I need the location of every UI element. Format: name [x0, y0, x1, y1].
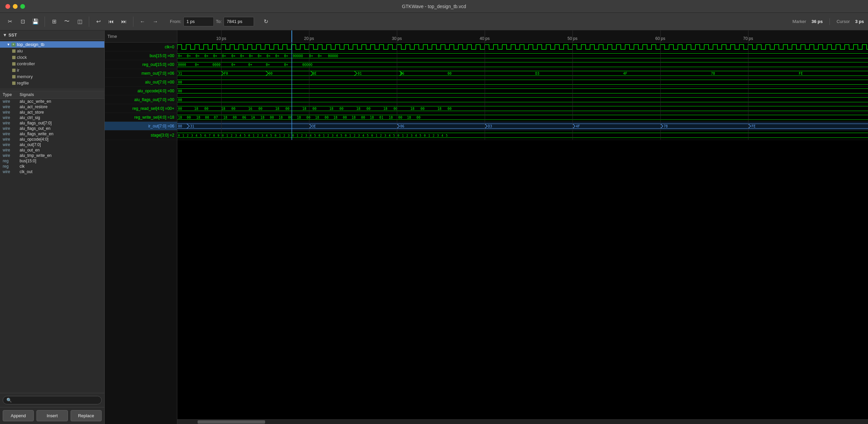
signal-row-10[interactable]: wirealu_out_en — [0, 147, 104, 153]
bus-wave-svg: 0+ 0+ 0+ 0+ 0+ 0+ 0+ 0+ 0+ 0+ 0+ 0+ — [177, 51, 868, 60]
mem-out-signal-name: mem_out[7:0] =06 — [105, 69, 177, 78]
to-input[interactable] — [224, 17, 254, 26]
signal-row-5[interactable]: wirealu_flags_out[7:0] — [0, 120, 104, 126]
tree-item-regfile[interactable]: regfile — [0, 80, 104, 86]
signal-row-12[interactable]: regbus[15:0] — [0, 158, 104, 164]
tree-item-top-design-tb[interactable]: ▼ ≡ top_design_tb — [0, 41, 104, 48]
signal-row-13[interactable]: regclk — [0, 164, 104, 169]
alu-opcode-wave-svg: 00 — [177, 87, 868, 95]
close-button[interactable] — [5, 4, 10, 9]
signal-row-9[interactable]: wirealu_out[7:0] — [0, 142, 104, 147]
svg-text:2: 2 — [187, 134, 188, 137]
svg-line-27 — [221, 73, 224, 76]
svg-text:D3: D3 — [488, 124, 492, 128]
signal-row-4[interactable]: wirealu_ctrl_sig — [0, 115, 104, 120]
signal-row-2[interactable]: wirealu_act_restore — [0, 104, 104, 110]
refresh-button[interactable]: ↻ — [260, 16, 272, 27]
svg-text:00: 00 — [269, 72, 273, 75]
svg-text:1: 1 — [253, 134, 254, 137]
tree-item-ir[interactable]: ir — [0, 67, 104, 73]
svg-text:1: 1 — [402, 134, 404, 137]
signal-row-8[interactable]: wirealu_opcode[4:0] — [0, 137, 104, 142]
signal-row-6[interactable]: wirealu_flags_out_en — [0, 126, 104, 131]
svg-text:00: 00 — [270, 116, 274, 119]
svg-text:00: 00 — [420, 107, 425, 111]
tree-item-ir-label: ir — [17, 68, 19, 73]
copy-button[interactable]: ⊡ — [17, 16, 28, 27]
svg-text:00: 00 — [258, 107, 262, 111]
signals-list[interactable]: wirealu_acc_write_en wirealu_act_restore… — [0, 99, 104, 174]
forward-button[interactable]: → — [150, 16, 161, 27]
from-label: From: — [170, 19, 181, 24]
svg-text:4: 4 — [362, 134, 364, 137]
svg-text:0+: 0+ — [231, 54, 235, 58]
svg-text:0: 0 — [248, 134, 250, 137]
append-button[interactable]: Append — [3, 410, 34, 421]
back-button[interactable]: ← — [137, 16, 148, 27]
marker-label: Marker — [792, 19, 806, 24]
alu-flags-wave-row: 00 — [177, 95, 868, 104]
svg-text:0+: 0+ — [284, 63, 288, 67]
svg-text:5: 5 — [314, 134, 316, 137]
tree-item-alu[interactable]: alu — [0, 48, 104, 54]
zoom-button[interactable]: ◫ — [74, 16, 85, 27]
svg-text:3: 3 — [191, 134, 193, 137]
svg-text:4: 4 — [239, 134, 241, 137]
svg-text:00: 00 — [339, 107, 343, 111]
svg-text:31: 31 — [190, 124, 194, 128]
grid-button[interactable]: ⊞ — [48, 16, 60, 27]
tree-item-memory[interactable]: memory — [0, 73, 104, 80]
svg-line-33 — [354, 73, 357, 76]
svg-text:00: 00 — [416, 116, 420, 119]
svg-text:0000: 0000 — [212, 63, 221, 67]
reg-read-signal-name: reg_read_sel[4:0] =00+ — [105, 104, 177, 113]
signal-row-14[interactable]: wireclk_out — [0, 169, 104, 174]
tree-item-controller[interactable]: controller — [0, 61, 104, 67]
save-button[interactable]: 💾 — [30, 16, 41, 27]
svg-text:00: 00 — [178, 107, 182, 111]
svg-text:0OOOO: 0OOOO — [302, 63, 312, 67]
cut-button[interactable]: ✂ — [4, 16, 16, 27]
svg-text:00: 00 — [178, 98, 182, 102]
signal-names-column: Time clk=0 bus[15:0] =00 reg_out[15:0] =… — [105, 30, 177, 424]
next-button[interactable]: ⏭ — [118, 16, 130, 27]
reg-read-wave-svg: 00 18 00 18 00 16 00 18 00 18 00 18 — [177, 104, 868, 113]
wave-content: Time clk=0 bus[15:0] =00 reg_out[15:0] =… — [105, 30, 868, 424]
scrollbar-thumb[interactable] — [198, 420, 265, 424]
prev-button[interactable]: ⏮ — [105, 16, 117, 27]
tree-item-clock[interactable]: clock — [0, 54, 104, 61]
waveform-display[interactable]: 10 ps 20 ps 30 ps 40 ps 50 ps 60 ps 70 p… — [177, 30, 868, 424]
replace-button[interactable]: Replace — [71, 410, 102, 421]
time-header: Time — [105, 30, 177, 43]
wave-scrollbar[interactable] — [177, 419, 868, 424]
reg-write-signal-name: reg_write_sel[4:0] =18 — [105, 113, 177, 122]
svg-text:4: 4 — [441, 134, 443, 137]
cursor-label: Cursor — [837, 19, 850, 24]
svg-text:18: 18 — [383, 107, 387, 111]
svg-text:5: 5 — [244, 134, 246, 137]
insert-button[interactable]: Insert — [36, 410, 68, 421]
svg-text:3E: 3E — [312, 124, 316, 128]
minimize-button[interactable] — [13, 4, 18, 9]
svg-text:1: 1 — [376, 134, 377, 137]
from-input[interactable] — [183, 17, 214, 26]
svg-text:00: 00 — [233, 116, 237, 119]
signal-row-1[interactable]: wirealu_acc_write_en — [0, 99, 104, 104]
svg-text:3: 3 — [305, 134, 307, 137]
maximize-button[interactable] — [20, 4, 25, 9]
svg-text:F0: F0 — [224, 72, 228, 75]
time-label: Time — [107, 34, 117, 39]
signal-row-7[interactable]: wirealu_flags_write_en — [0, 131, 104, 137]
search-input[interactable] — [14, 398, 98, 403]
wave-button[interactable]: 〜 — [61, 16, 73, 27]
clk-wave-row — [177, 43, 868, 51]
signal-row-3[interactable]: wirealu_act_store — [0, 110, 104, 115]
signal-row-11[interactable]: wirealu_tmp_write_en — [0, 153, 104, 158]
window-title: GTKWave - top_design_tb.vcd — [402, 4, 466, 9]
svg-text:8: 8 — [213, 134, 215, 137]
svg-text:0+: 0+ — [275, 54, 279, 58]
toolbar-view-group: ⊞ 〜 ◫ — [48, 16, 85, 27]
svg-text:00: 00 — [448, 72, 452, 75]
undo-button[interactable]: ↩ — [93, 16, 104, 27]
svg-text:00: 00 — [204, 107, 208, 111]
